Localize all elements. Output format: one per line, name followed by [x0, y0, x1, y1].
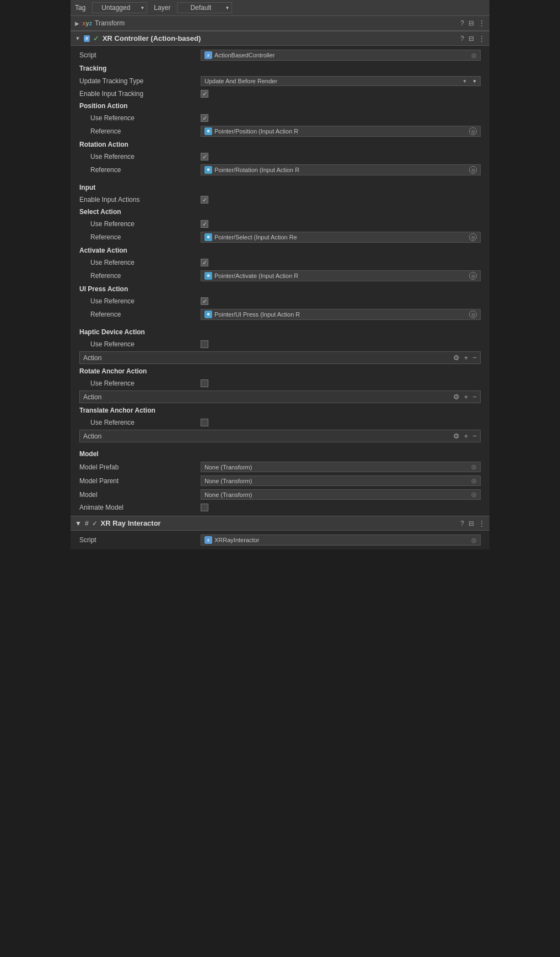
model-prefab-field[interactable]: None (Transform) ◎ [201, 462, 481, 472]
transform-icons: ? ⊟ ⋮ [460, 19, 485, 27]
tag-dropdown[interactable]: Untagged [92, 2, 147, 13]
model-prefab-value: None (Transform) ◎ [201, 462, 481, 472]
xr-controller-hash-icon: # [84, 35, 90, 42]
translate-anchor-minus-icon[interactable]: − [472, 432, 477, 440]
update-tracking-dropdown-arrow: ▼ [462, 79, 467, 84]
activate-use-ref-value [201, 259, 481, 266]
haptic-use-ref-checkbox[interactable] [201, 340, 208, 348]
model-target-icon[interactable]: ◎ [471, 491, 477, 498]
select-ref-target-icon[interactable]: ◎ [469, 233, 477, 241]
rotate-anchor-minus-icon[interactable]: − [472, 393, 477, 401]
xr-ray-header-icons: ? ⊟ ⋮ [460, 520, 485, 527]
model-parent-target-icon[interactable]: ◎ [471, 477, 477, 484]
transform-header: ▶ xyz Transform ? ⊟ ⋮ [71, 15, 489, 31]
rotation-action-title: Rotation Action [79, 141, 201, 148]
translate-anchor-action-field-row: Action ⚙ + − [79, 430, 481, 442]
rotation-ref-value: ⊕ Pointer/Rotation (Input Action R ◎ [201, 164, 481, 175]
rotate-anchor-use-ref-checkbox[interactable] [201, 379, 208, 387]
activate-ref-target-icon[interactable]: ◎ [469, 272, 477, 280]
xr-controller-collapse-arrow[interactable]: ▼ [75, 35, 80, 41]
model-field[interactable]: None (Transform) ◎ [201, 489, 481, 500]
translate-anchor-use-ref-label: Use Reference [79, 419, 201, 426]
tracking-section-row: Tracking [71, 62, 489, 74]
ui-press-use-ref-checkbox[interactable] [201, 297, 208, 305]
select-use-ref-checkbox[interactable] [201, 220, 208, 228]
layer-dropdown-btn[interactable]: Default [177, 2, 232, 13]
activate-ref-field[interactable]: ⊕ Pointer/Activate (Input Action R ◎ [201, 270, 481, 281]
xr-controller-help-icon[interactable]: ? [460, 35, 464, 42]
rotation-ref-field[interactable]: ⊕ Pointer/Rotation (Input Action R ◎ [201, 164, 481, 175]
enable-input-actions-checkbox[interactable] [201, 196, 208, 204]
xr-controller-menu-icon[interactable]: ⋮ [478, 35, 485, 42]
rotation-use-ref-row: Use Reference [71, 151, 489, 163]
activate-use-ref-checkbox[interactable] [201, 259, 208, 266]
haptic-action-gear-icon[interactable]: ⚙ [453, 354, 460, 362]
model-prefab-target-icon[interactable]: ◎ [471, 463, 477, 471]
model-parent-row: Model Parent None (Transform) ◎ [71, 474, 489, 488]
rotate-anchor-action-field-row: Action ⚙ + − [79, 391, 481, 403]
rotation-ref-target-icon[interactable]: ◎ [469, 166, 477, 174]
translate-anchor-gear-icon[interactable]: ⚙ [453, 432, 460, 440]
ui-press-ref-field[interactable]: ⊕ Pointer/UI Press (Input Action R ◎ [201, 309, 481, 320]
inspector-panel: Tag Untagged Layer Default ▶ xyz Transfo… [71, 0, 489, 549]
haptic-device-action-title: Haptic Device Action [79, 328, 201, 336]
rotate-anchor-gear-icon[interactable]: ⚙ [453, 393, 460, 401]
xr-ray-script-value: # XRRayInteractor ◎ [201, 534, 481, 546]
xr-ray-menu-icon[interactable]: ⋮ [478, 520, 485, 527]
haptic-action-plus-icon[interactable]: + [464, 354, 469, 362]
rotate-anchor-plus-icon[interactable]: + [464, 393, 469, 401]
enable-input-tracking-checkbox[interactable] [201, 90, 208, 98]
xr-controller-sliders-icon[interactable]: ⊟ [469, 35, 474, 42]
animate-model-checkbox[interactable] [201, 504, 208, 511]
ui-press-ref-label: Reference [79, 311, 201, 318]
select-ref-text: Pointer/Select (Input Action Re [214, 234, 297, 240]
xr-ray-script-field[interactable]: # XRRayInteractor ◎ [201, 534, 481, 546]
update-tracking-type-value: Update And Before Render ▼ [201, 76, 481, 86]
haptic-action-minus-icon[interactable]: − [472, 354, 477, 362]
model-section-title: Model [79, 450, 201, 458]
transform-sliders-icon[interactable]: ⊟ [469, 19, 474, 27]
translate-anchor-plus-icon[interactable]: + [464, 432, 469, 440]
select-ref-field[interactable]: ⊕ Pointer/Select (Input Action Re ◎ [201, 232, 481, 243]
activate-ref-label: Reference [79, 272, 201, 280]
xr-controller-enable-check[interactable]: ✓ [93, 34, 99, 42]
position-ref-icon: ⊕ [204, 127, 212, 135]
ui-press-use-ref-label: Use Reference [79, 297, 201, 305]
transform-arrow-icon[interactable]: ▶ [75, 20, 79, 26]
rotation-ref-label: Reference [79, 166, 201, 174]
xr-ray-sliders-icon[interactable]: ⊟ [469, 520, 474, 527]
update-tracking-type-dropdown[interactable]: Update And Before Render ▼ [201, 76, 481, 86]
xr-ray-enable-check[interactable]: ✓ [92, 520, 98, 527]
position-ref-row: Reference ⊕ Pointer/Position (Input Acti… [71, 124, 489, 138]
position-use-ref-checkbox[interactable] [201, 114, 208, 122]
select-ref-icon: ⊕ [204, 233, 212, 241]
rotate-anchor-action-row: Rotate Anchor Action [71, 365, 489, 377]
select-action-row: Select Action [71, 206, 489, 218]
model-section-row: Model [71, 448, 489, 460]
animate-model-value [201, 504, 481, 511]
transform-help-icon[interactable]: ? [460, 19, 464, 27]
select-ref-value: ⊕ Pointer/Select (Input Action Re ◎ [201, 232, 481, 243]
rotation-use-ref-checkbox[interactable] [201, 153, 208, 161]
script-value: # ActionBasedController ◎ [201, 50, 481, 61]
position-ref-target-icon[interactable]: ◎ [469, 127, 477, 135]
xr-controller-body: Script # ActionBasedController ◎ Trackin… [71, 46, 489, 516]
model-parent-field[interactable]: None (Transform) ◎ [201, 475, 481, 486]
model-prefab-label: Model Prefab [79, 463, 201, 471]
ui-press-ref-target-icon[interactable]: ◎ [469, 311, 477, 318]
position-ref-text: Pointer/Position (Input Action R [214, 128, 298, 135]
xr-ray-help-icon[interactable]: ? [460, 520, 464, 527]
script-name: ActionBasedController [214, 52, 274, 58]
haptic-device-action-row: Haptic Device Action [71, 326, 489, 338]
xr-ray-script-target-icon[interactable]: ◎ [471, 537, 477, 544]
select-use-ref-value [201, 220, 481, 228]
position-ref-field[interactable]: ⊕ Pointer/Position (Input Action R ◎ [201, 126, 481, 137]
tag-dropdown-btn[interactable]: Untagged [92, 2, 147, 13]
script-field[interactable]: # ActionBasedController ◎ [201, 50, 481, 61]
model-row: Model None (Transform) ◎ [71, 488, 489, 501]
layer-dropdown[interactable]: Default [177, 2, 232, 13]
translate-anchor-use-ref-checkbox[interactable] [201, 419, 208, 426]
xr-ray-collapse-arrow[interactable]: ▼ [75, 520, 82, 527]
script-target-icon[interactable]: ◎ [471, 52, 477, 59]
transform-menu-icon[interactable]: ⋮ [478, 19, 485, 27]
